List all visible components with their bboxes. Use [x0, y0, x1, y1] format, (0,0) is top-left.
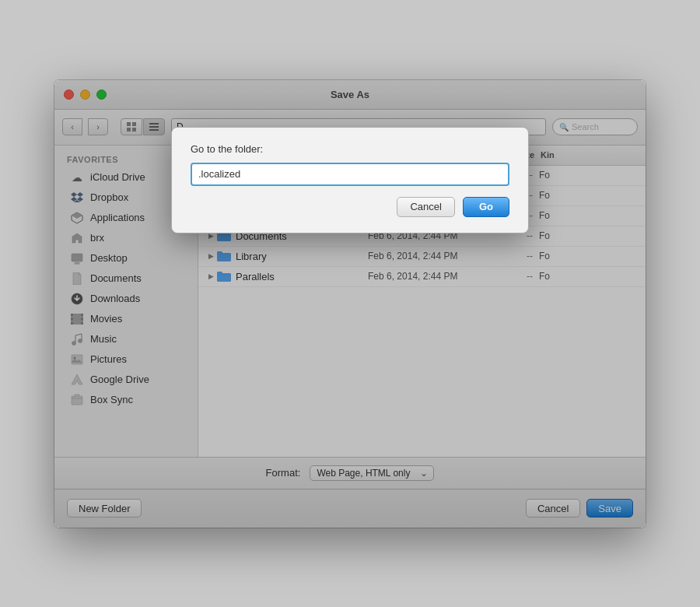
- modal-buttons: Cancel Go: [191, 197, 509, 217]
- goto-folder-input[interactable]: [191, 163, 509, 186]
- modal-cancel-button[interactable]: Cancel: [397, 197, 454, 217]
- save-as-window: Save As ‹ › D 🔍: [54, 80, 646, 528]
- goto-folder-modal: Go to the folder: Cancel Go: [171, 127, 529, 233]
- modal-title: Go to the folder:: [191, 143, 509, 155]
- modal-go-button[interactable]: Go: [463, 197, 509, 217]
- modal-overlay: Go to the folder: Cancel Go: [54, 80, 646, 528]
